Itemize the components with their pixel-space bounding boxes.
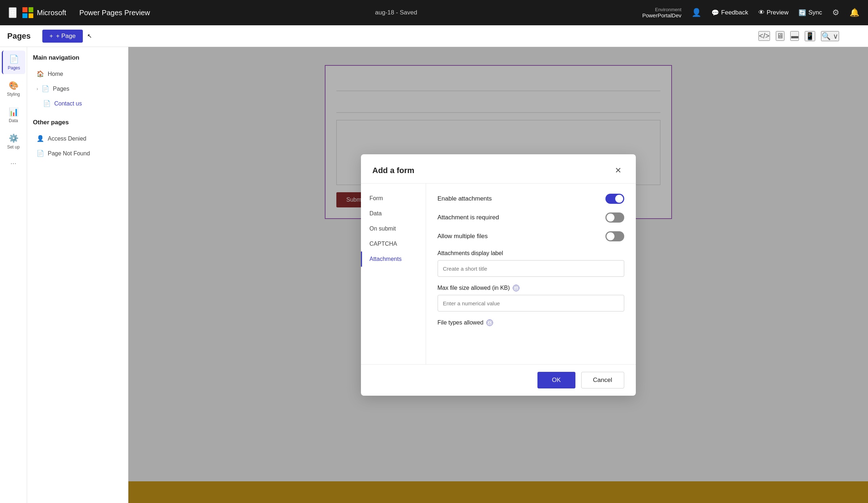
feedback-button[interactable]: 💬 Feedback bbox=[711, 9, 748, 17]
modal-header: Add a form ✕ bbox=[361, 154, 636, 184]
nav-item-pages[interactable]: › 📄 Pages bbox=[33, 82, 122, 95]
zoom-icon[interactable]: 🔍 ∨ bbox=[821, 31, 839, 41]
feedback-label: Feedback bbox=[721, 9, 748, 16]
sync-icon: 🔄 bbox=[799, 9, 806, 17]
topbar-right: Environment PowerPortalDev 👤 💬 Feedback … bbox=[642, 7, 859, 18]
modal-nav-data[interactable]: Data bbox=[361, 206, 426, 221]
add-form-modal: Add a form ✕ Form Data On submit CAPTCHA… bbox=[361, 154, 636, 396]
sync-label: Sync bbox=[808, 9, 822, 16]
page-not-found-icon: 📄 bbox=[37, 150, 44, 157]
max-file-size-label-row: Max file size allowed (in KB) ⓘ bbox=[438, 285, 624, 291]
env-name: PowerPortalDev bbox=[642, 12, 681, 18]
home-icon: 🏠 bbox=[37, 70, 44, 78]
allow-multiple-toggle[interactable] bbox=[605, 231, 624, 241]
modal-footer: OK Cancel bbox=[361, 364, 636, 396]
desktop-view-icon[interactable]: 🖥 bbox=[776, 31, 784, 41]
allow-multiple-label: Allow multiple files bbox=[438, 233, 488, 240]
person-icon[interactable]: 👤 bbox=[692, 8, 701, 17]
main-nav-title: Main navigation bbox=[33, 54, 122, 61]
modal-nav-attachments[interactable]: Attachments bbox=[361, 252, 426, 267]
max-file-size-label: Max file size allowed (in KB) bbox=[438, 285, 510, 291]
topbar: ⊞ Microsoft Power Pages Preview aug-18 -… bbox=[0, 0, 868, 25]
preview-label: Preview bbox=[767, 9, 788, 16]
setup-icon: ⚙️ bbox=[9, 134, 18, 143]
nav-contact-label: Contact us bbox=[54, 100, 82, 107]
microsoft-label: Microsoft bbox=[37, 9, 66, 17]
ok-button[interactable]: OK bbox=[537, 372, 575, 388]
styling-icon: 🎨 bbox=[9, 81, 18, 90]
main-content: Submit + Add a form ✕ Form Data On submi… bbox=[128, 47, 868, 503]
modal-overlay: Add a form ✕ Form Data On submit CAPTCHA… bbox=[128, 47, 868, 503]
sidebar-item-pages[interactable]: 📄 Pages bbox=[2, 51, 25, 74]
attachment-required-row: Attachment is required bbox=[438, 212, 624, 223]
cursor-icon: ↖ bbox=[87, 33, 98, 39]
attachment-required-toggle[interactable] bbox=[605, 212, 624, 223]
toggle-knob-2 bbox=[607, 214, 614, 222]
add-page-button[interactable]: + + Page bbox=[42, 30, 83, 43]
left-sidebar: 📄 Pages 🎨 Styling 📊 Data ⚙️ Set up ··· bbox=[0, 47, 27, 503]
contact-icon: 📄 bbox=[43, 100, 51, 107]
grid-icon[interactable]: ⊞ bbox=[9, 7, 17, 18]
plus-icon: + bbox=[50, 33, 53, 40]
environment-info: Environment PowerPortalDev bbox=[642, 7, 681, 18]
pages-nav-icon: 📄 bbox=[42, 85, 49, 93]
nav-page-not-found-label: Page Not Found bbox=[48, 150, 90, 157]
secondbar: Pages + + Page ↖ </> 🖥 ▬ 📱 🔍 ∨ bbox=[0, 25, 868, 47]
file-types-info-icon: ⓘ bbox=[486, 319, 493, 326]
app-name: Power Pages Preview bbox=[79, 9, 150, 17]
modal-title: Add a form bbox=[373, 166, 414, 175]
modal-nav-captcha[interactable]: CAPTCHA bbox=[361, 236, 426, 252]
bell-icon[interactable]: 🔔 bbox=[850, 8, 859, 17]
display-label-section-label: Attachments display label bbox=[438, 250, 624, 257]
topbar-center: aug-18 - Saved bbox=[156, 9, 637, 16]
other-pages-title: Other pages bbox=[33, 119, 122, 126]
env-label: Environment bbox=[655, 7, 681, 12]
settings-icon[interactable]: ⚙ bbox=[832, 8, 839, 17]
microsoft-logo: Microsoft bbox=[22, 7, 66, 18]
enable-attachments-toggle[interactable] bbox=[605, 194, 624, 204]
other-pages-section: Other pages 👤 Access Denied 📄 Page Not F… bbox=[33, 119, 122, 160]
file-types-label: File types allowed bbox=[438, 319, 484, 326]
nav-item-page-not-found[interactable]: 📄 Page Not Found bbox=[33, 147, 122, 160]
data-icon: 📊 bbox=[9, 107, 18, 117]
allow-multiple-row: Allow multiple files bbox=[438, 231, 624, 241]
logo-squares bbox=[22, 7, 33, 18]
display-label-input[interactable] bbox=[438, 260, 624, 277]
nav-item-access-denied[interactable]: 👤 Access Denied bbox=[33, 132, 122, 145]
tablet-view-icon[interactable]: ▬ bbox=[790, 31, 799, 41]
sidebar-more-dots: ··· bbox=[10, 159, 17, 167]
nav-item-contact-us[interactable]: 📄 Contact us bbox=[33, 97, 122, 110]
toggle-knob-3 bbox=[607, 232, 614, 240]
toggle-knob bbox=[615, 195, 623, 203]
file-types-label-row: File types allowed ⓘ bbox=[438, 319, 624, 326]
enable-attachments-row: Enable attachments bbox=[438, 194, 624, 204]
max-file-size-info-icon: ⓘ bbox=[513, 285, 519, 291]
chevron-icon: › bbox=[37, 86, 38, 91]
sidebar-item-data[interactable]: 📊 Data bbox=[2, 103, 25, 127]
attachment-required-label: Attachment is required bbox=[438, 214, 499, 221]
nav-item-home[interactable]: 🏠 Home bbox=[33, 67, 122, 81]
nav-home-label: Home bbox=[48, 71, 63, 77]
max-file-size-input[interactable] bbox=[438, 295, 624, 311]
nav-access-denied-label: Access Denied bbox=[48, 136, 86, 142]
saved-status: aug-18 - Saved bbox=[375, 9, 417, 16]
nav-panel: Main navigation 🏠 Home › 📄 Pages 📄 Conta… bbox=[27, 47, 128, 503]
add-page-label: + Page bbox=[56, 33, 76, 40]
access-denied-icon: 👤 bbox=[37, 135, 44, 142]
sidebar-item-setup[interactable]: ⚙️ Set up bbox=[2, 130, 25, 153]
modal-close-button[interactable]: ✕ bbox=[612, 164, 624, 177]
view-controls: </> 🖥 ▬ 📱 🔍 ∨ bbox=[758, 31, 839, 41]
modal-main-content: Enable attachments Attachment is require… bbox=[426, 184, 636, 364]
modal-nav-on-submit[interactable]: On submit bbox=[361, 221, 426, 236]
sync-button[interactable]: 🔄 Sync bbox=[799, 9, 822, 17]
preview-button[interactable]: 👁 Preview bbox=[758, 9, 788, 16]
mobile-view-icon[interactable]: 📱 bbox=[805, 31, 815, 41]
modal-body: Form Data On submit CAPTCHA Attachments … bbox=[361, 184, 636, 364]
cancel-button[interactable]: Cancel bbox=[581, 372, 624, 388]
feedback-icon: 💬 bbox=[711, 9, 719, 17]
pages-icon: 📄 bbox=[9, 55, 19, 64]
preview-icon: 👁 bbox=[758, 9, 765, 16]
sidebar-item-styling[interactable]: 🎨 Styling bbox=[2, 77, 25, 100]
code-view-icon[interactable]: </> bbox=[758, 31, 770, 41]
modal-nav-form[interactable]: Form bbox=[361, 191, 426, 206]
